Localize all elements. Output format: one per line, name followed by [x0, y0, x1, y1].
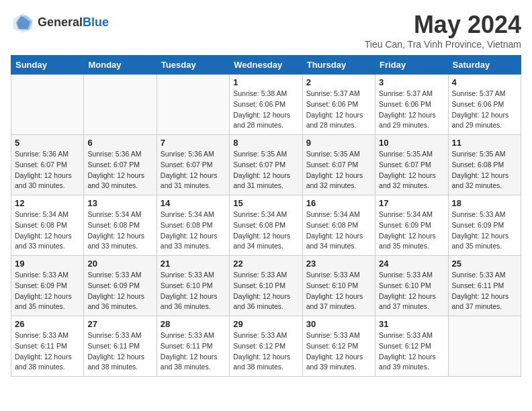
calendar-day-cell: 30Sunrise: 5:33 AM Sunset: 6:12 PM Dayli… — [302, 316, 375, 377]
day-number: 14 — [161, 198, 226, 208]
day-info: Sunrise: 5:33 AM Sunset: 6:11 PM Dayligh… — [161, 330, 226, 373]
day-info: Sunrise: 5:36 AM Sunset: 6:07 PM Dayligh… — [15, 149, 80, 191]
calendar-day-cell: 31Sunrise: 5:33 AM Sunset: 6:12 PM Dayli… — [375, 316, 448, 377]
day-number: 11 — [452, 138, 517, 148]
calendar-day-cell: 19Sunrise: 5:33 AM Sunset: 6:09 PM Dayli… — [11, 256, 84, 316]
day-info: Sunrise: 5:33 AM Sunset: 6:12 PM Dayligh… — [306, 330, 371, 373]
calendar-day-cell — [448, 316, 521, 377]
day-number: 29 — [233, 319, 298, 329]
month-year: May 2024 — [365, 11, 521, 39]
day-info: Sunrise: 5:33 AM Sunset: 6:09 PM Dayligh… — [15, 270, 80, 312]
day-info: Sunrise: 5:33 AM Sunset: 6:10 PM Dayligh… — [379, 270, 444, 312]
day-number: 28 — [161, 319, 226, 329]
day-info: Sunrise: 5:34 AM Sunset: 6:09 PM Dayligh… — [379, 210, 444, 252]
calendar-day-cell: 14Sunrise: 5:34 AM Sunset: 6:08 PM Dayli… — [157, 195, 229, 256]
day-number: 3 — [379, 77, 444, 87]
calendar-day-cell: 22Sunrise: 5:33 AM Sunset: 6:10 PM Dayli… — [230, 256, 302, 316]
day-info: Sunrise: 5:34 AM Sunset: 6:08 PM Dayligh… — [15, 210, 80, 252]
title-block: May 2024 Tieu Can, Tra Vinh Province, Vi… — [365, 11, 521, 50]
day-number: 9 — [306, 138, 371, 148]
day-info: Sunrise: 5:35 AM Sunset: 6:07 PM Dayligh… — [233, 149, 298, 191]
calendar-day-cell: 11Sunrise: 5:35 AM Sunset: 6:08 PM Dayli… — [448, 135, 521, 195]
calendar-day-cell: 16Sunrise: 5:34 AM Sunset: 6:08 PM Dayli… — [302, 195, 375, 256]
day-of-week-header: Tuesday — [157, 56, 229, 75]
day-of-week-header: Sunday — [11, 56, 84, 75]
calendar-day-cell: 6Sunrise: 5:36 AM Sunset: 6:07 PM Daylig… — [84, 135, 157, 195]
day-info: Sunrise: 5:36 AM Sunset: 6:07 PM Dayligh… — [87, 149, 152, 191]
calendar-day-cell: 24Sunrise: 5:33 AM Sunset: 6:10 PM Dayli… — [375, 256, 448, 316]
day-info: Sunrise: 5:33 AM Sunset: 6:10 PM Dayligh… — [306, 270, 371, 312]
calendar-week-row: 19Sunrise: 5:33 AM Sunset: 6:09 PM Dayli… — [11, 256, 521, 316]
calendar-day-cell: 1Sunrise: 5:38 AM Sunset: 6:06 PM Daylig… — [230, 75, 302, 135]
day-number: 12 — [15, 198, 80, 208]
calendar-day-cell: 18Sunrise: 5:33 AM Sunset: 6:09 PM Dayli… — [448, 195, 521, 256]
logo-icon — [11, 11, 35, 35]
day-info: Sunrise: 5:35 AM Sunset: 6:08 PM Dayligh… — [452, 149, 517, 191]
day-info: Sunrise: 5:33 AM Sunset: 6:11 PM Dayligh… — [452, 270, 517, 312]
day-number: 2 — [306, 77, 371, 87]
day-of-week-header: Saturday — [448, 56, 521, 75]
calendar-day-cell: 10Sunrise: 5:35 AM Sunset: 6:07 PM Dayli… — [375, 135, 448, 195]
day-number: 20 — [87, 259, 152, 269]
day-number: 13 — [87, 198, 152, 208]
calendar-day-cell — [157, 75, 229, 135]
calendar-day-cell: 3Sunrise: 5:37 AM Sunset: 6:06 PM Daylig… — [375, 75, 448, 135]
day-number: 27 — [87, 319, 152, 329]
calendar-day-cell: 17Sunrise: 5:34 AM Sunset: 6:09 PM Dayli… — [375, 195, 448, 256]
day-number: 21 — [161, 259, 226, 269]
day-info: Sunrise: 5:33 AM Sunset: 6:10 PM Dayligh… — [233, 270, 298, 312]
day-number: 4 — [452, 77, 517, 87]
day-number: 31 — [379, 319, 444, 329]
day-number: 30 — [306, 319, 371, 329]
calendar-day-cell — [84, 75, 157, 135]
day-info: Sunrise: 5:33 AM Sunset: 6:11 PM Dayligh… — [87, 330, 152, 373]
calendar-day-cell: 26Sunrise: 5:33 AM Sunset: 6:11 PM Dayli… — [11, 316, 84, 377]
logo: GeneralBlue — [11, 11, 109, 35]
calendar-day-cell: 4Sunrise: 5:37 AM Sunset: 6:06 PM Daylig… — [448, 75, 521, 135]
calendar-day-cell: 5Sunrise: 5:36 AM Sunset: 6:07 PM Daylig… — [11, 135, 84, 195]
day-info: Sunrise: 5:34 AM Sunset: 6:08 PM Dayligh… — [161, 210, 226, 252]
day-number: 19 — [15, 259, 80, 269]
location: Tieu Can, Tra Vinh Province, Vietnam — [365, 39, 521, 50]
page-header: GeneralBlue May 2024 Tieu Can, Tra Vinh … — [11, 11, 521, 50]
day-info: Sunrise: 5:33 AM Sunset: 6:12 PM Dayligh… — [233, 330, 298, 373]
day-number: 6 — [87, 138, 152, 148]
day-info: Sunrise: 5:35 AM Sunset: 6:07 PM Dayligh… — [306, 149, 371, 191]
day-info: Sunrise: 5:37 AM Sunset: 6:06 PM Dayligh… — [306, 89, 371, 131]
day-number: 16 — [306, 198, 371, 208]
day-number: 26 — [15, 319, 80, 329]
day-number: 17 — [379, 198, 444, 208]
day-info: Sunrise: 5:37 AM Sunset: 6:06 PM Dayligh… — [452, 89, 517, 131]
day-info: Sunrise: 5:34 AM Sunset: 6:08 PM Dayligh… — [87, 210, 152, 252]
calendar-day-cell — [11, 75, 84, 135]
day-info: Sunrise: 5:37 AM Sunset: 6:06 PM Dayligh… — [379, 89, 444, 131]
day-info: Sunrise: 5:38 AM Sunset: 6:06 PM Dayligh… — [233, 89, 298, 131]
calendar-day-cell: 29Sunrise: 5:33 AM Sunset: 6:12 PM Dayli… — [230, 316, 302, 377]
day-of-week-header: Monday — [84, 56, 157, 75]
day-number: 1 — [233, 77, 298, 87]
day-info: Sunrise: 5:33 AM Sunset: 6:09 PM Dayligh… — [452, 210, 517, 252]
calendar-day-cell: 21Sunrise: 5:33 AM Sunset: 6:10 PM Dayli… — [157, 256, 229, 316]
calendar-week-row: 1Sunrise: 5:38 AM Sunset: 6:06 PM Daylig… — [11, 75, 521, 135]
calendar-header-row: SundayMondayTuesdayWednesdayThursdayFrid… — [11, 56, 521, 75]
calendar-day-cell: 23Sunrise: 5:33 AM Sunset: 6:10 PM Dayli… — [302, 256, 375, 316]
day-info: Sunrise: 5:33 AM Sunset: 6:12 PM Dayligh… — [379, 330, 444, 373]
calendar-day-cell: 27Sunrise: 5:33 AM Sunset: 6:11 PM Dayli… — [84, 316, 157, 377]
day-number: 8 — [233, 138, 298, 148]
calendar-day-cell: 9Sunrise: 5:35 AM Sunset: 6:07 PM Daylig… — [302, 135, 375, 195]
day-number: 18 — [452, 198, 517, 208]
calendar-day-cell: 8Sunrise: 5:35 AM Sunset: 6:07 PM Daylig… — [230, 135, 302, 195]
calendar-day-cell: 13Sunrise: 5:34 AM Sunset: 6:08 PM Dayli… — [84, 195, 157, 256]
day-info: Sunrise: 5:33 AM Sunset: 6:11 PM Dayligh… — [15, 330, 80, 373]
day-of-week-header: Thursday — [302, 56, 375, 75]
calendar-day-cell: 12Sunrise: 5:34 AM Sunset: 6:08 PM Dayli… — [11, 195, 84, 256]
logo-text: GeneralBlue — [38, 16, 109, 30]
day-info: Sunrise: 5:34 AM Sunset: 6:08 PM Dayligh… — [306, 210, 371, 252]
calendar-week-row: 5Sunrise: 5:36 AM Sunset: 6:07 PM Daylig… — [11, 135, 521, 195]
day-number: 15 — [233, 198, 298, 208]
day-info: Sunrise: 5:33 AM Sunset: 6:10 PM Dayligh… — [161, 270, 226, 312]
day-number: 7 — [161, 138, 226, 148]
day-number: 5 — [15, 138, 80, 148]
day-info: Sunrise: 5:33 AM Sunset: 6:09 PM Dayligh… — [87, 270, 152, 312]
day-of-week-header: Wednesday — [230, 56, 302, 75]
